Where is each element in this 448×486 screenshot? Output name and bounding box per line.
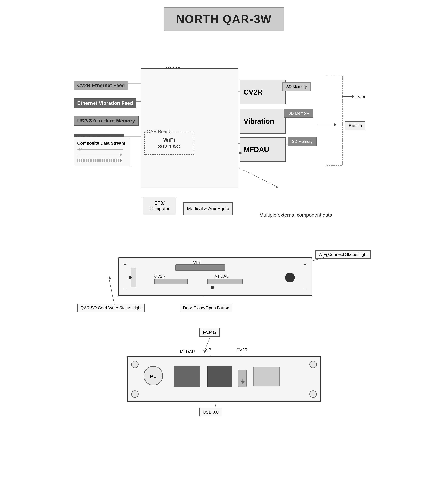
front-panel-section: WiFi Connect Status Light QAR SD Card Wr… (74, 240, 374, 314)
cv2r-sd-memory: SD Memory (282, 82, 311, 91)
qar-board-box: QAR Board (141, 68, 238, 188)
door-button-annotation: Door Close/Open Button (180, 304, 232, 312)
cv2r-connector (154, 279, 188, 284)
mfdau-sd-memory: SD Memory (288, 137, 317, 146)
panel-minus-bottom-right: − (304, 286, 307, 292)
efb-box: EFB/ Computer (143, 197, 176, 215)
svg-marker-84 (241, 381, 245, 384)
wifi-status-annotation: WiFi Connect Status Light (315, 250, 371, 259)
medical-box: Medical & Aux Equip (183, 202, 233, 215)
cv2r-bottom-label: CV2R (236, 347, 248, 353)
svg-marker-68 (120, 159, 122, 162)
composite-data-stream-box: Composite Data Stream (74, 137, 130, 166)
panel-minus-top-left: − (124, 262, 127, 267)
svg-point-59 (80, 149, 82, 150)
multiple-ext-label: Multiple external component data (259, 212, 332, 219)
composite-line-1 (77, 148, 127, 152)
bottom-panel-section: RJ45 USB 3.0 MFDAU VIB CV2R (100, 328, 348, 416)
bottom-panel: P1 (127, 356, 321, 402)
svg-marker-58 (77, 148, 80, 150)
vib-label-panel: VIB (193, 260, 200, 265)
front-panel: − − − − VIB CV2R MFDAU (118, 257, 312, 296)
sd-write-status-dot (128, 276, 132, 279)
composite-lines (77, 148, 127, 163)
panel-minus-bottom-left: − (124, 286, 127, 292)
ethernet-vibration-feed-label: Ethernet Vibration Feed (74, 98, 136, 108)
wifi-box: WiFi802.1AC (144, 132, 194, 155)
svg-marker-64 (120, 153, 122, 157)
composite-line-3 (77, 159, 127, 163)
bottom-screw-tr (309, 361, 317, 368)
vib-bottom-label: VIB (205, 347, 211, 353)
button-label: Button (345, 121, 365, 130)
panel-minus-top-right: − (304, 262, 307, 267)
title-box: NORTH QAR-3W (164, 7, 284, 31)
composite-line-2 (77, 153, 127, 157)
bottom-screw-bl (131, 390, 139, 398)
qar-sd-annotation: QAR SD Card Write Status Light (77, 304, 145, 312)
svg-marker-50 (352, 95, 354, 98)
door-label: Door (356, 94, 365, 99)
svg-marker-52 (335, 123, 337, 126)
vib-connector (175, 264, 225, 271)
composite-title: Composite Data Stream (77, 141, 127, 146)
usb-hard-memory-feed-label: USB 3.0 to Hard Memory (74, 116, 139, 126)
svg-line-70 (109, 279, 114, 305)
bottom-screw-tl (131, 361, 139, 368)
vibration-module-box: Vibration (240, 109, 286, 133)
usb-bottom-connector (238, 369, 247, 387)
top-diagram: Power Lithium Battery or Cap CV2R Ethern… (74, 45, 374, 219)
cv2r-label-panel: CV2R (154, 274, 166, 279)
door-button-dot (211, 286, 214, 289)
mfdau-dot (239, 152, 241, 155)
usb30-label: USB 3.0 (199, 408, 222, 416)
cv2r-module-box: CV2R (240, 80, 286, 104)
vibration-sd-memory: SD Memory (284, 109, 313, 118)
vib-bottom-connector (207, 366, 232, 387)
cv2r-bottom-connector (253, 367, 280, 386)
svg-marker-56 (276, 185, 278, 188)
bottom-screw-br (309, 390, 317, 398)
mfdau-connector (207, 279, 243, 284)
mfdau-bottom-connector (174, 366, 200, 387)
mfdau-bottom-label: MFDAU (180, 349, 195, 354)
wifi-light-dot (285, 273, 295, 282)
page-title: NORTH QAR-3W (171, 13, 277, 26)
cv2r-ethernet-feed-label: CV2R Ethernet Feed (74, 81, 128, 90)
mfdau-label-panel: MFDAU (214, 274, 229, 279)
rj45-label: RJ45 (199, 328, 220, 337)
mfdau-module-box: MFDAU (240, 137, 286, 162)
p1-label: P1 (150, 374, 156, 379)
svg-marker-71 (108, 276, 111, 279)
